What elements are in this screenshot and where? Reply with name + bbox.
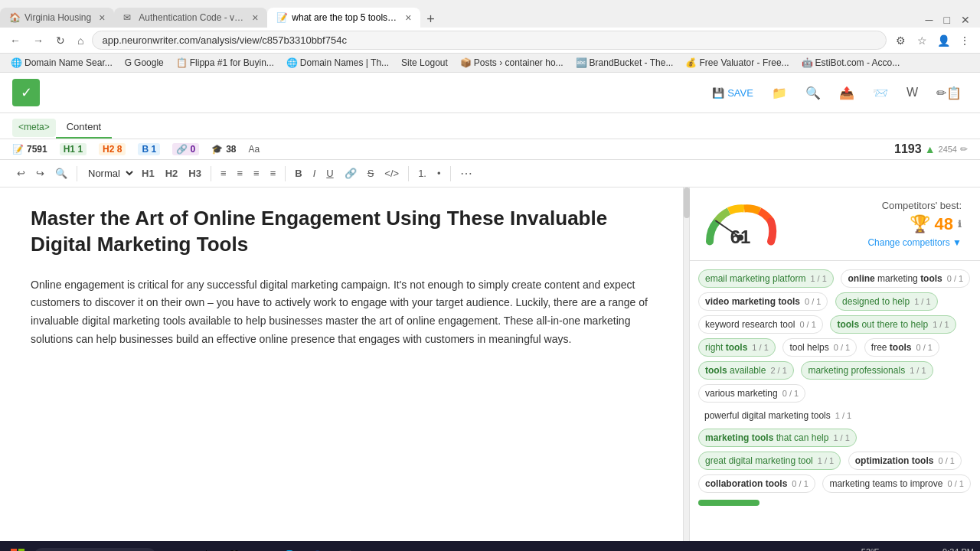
refresh-button[interactable]: ↻	[52, 33, 69, 48]
editor-area[interactable]: Master the Art of Online Engagement Usin…	[0, 187, 683, 541]
underline-button[interactable]: U	[322, 165, 338, 182]
tab-meta[interactable]: <meta>	[12, 119, 56, 137]
browser-tab-1[interactable]: 🏠 Virginia Housing ×	[0, 8, 114, 28]
align-right-button[interactable]: ≡	[249, 165, 264, 182]
profile-button[interactable]: 👤	[934, 31, 952, 50]
keyword-tag-various-marketing[interactable]: various marketing 0 / 1	[698, 384, 805, 403]
kw-count: 1 / 1	[752, 343, 768, 352]
ordered-list-button[interactable]: 1.	[413, 165, 431, 182]
bookmark-6[interactable]: 📦 Posts › container ho...	[456, 56, 568, 70]
ai-button[interactable]: ✏📋	[930, 83, 968, 103]
bookmark-5[interactable]: Site Logout	[397, 56, 452, 70]
share-icon: 📨	[873, 86, 888, 100]
search-button[interactable]: 🔍	[799, 83, 827, 103]
taskbar-app-edge[interactable]: 🌐	[277, 544, 302, 551]
keyword-tag-tools-out-there-to-help[interactable]: tools out there to help 1 / 1	[830, 315, 956, 334]
taskbar-app-terminal[interactable]: ⬛	[332, 544, 357, 551]
taskbar-app-widgets[interactable]: 🌤	[194, 544, 219, 551]
h2-button[interactable]: H2	[161, 165, 183, 182]
tab-close-1[interactable]: ×	[99, 12, 105, 23]
tab-close-3[interactable]: ×	[405, 12, 411, 23]
keyword-tag-email-marketing-platform[interactable]: email marketing platform 1 / 1	[698, 269, 834, 288]
browser-tab-3[interactable]: 📝 what are the top 5 tools needed... ×	[267, 8, 420, 28]
close-browser-button[interactable]: ✕	[957, 12, 974, 28]
bookmark-1[interactable]: 🌐 Domain Name Sear...	[6, 56, 117, 70]
browser-tab-2[interactable]: ✉ Authentication Code - vaking42... ×	[114, 8, 267, 28]
check-button[interactable]: ✓	[12, 79, 40, 106]
redo-button[interactable]: ↪	[31, 165, 49, 182]
taskbar-app-task-view[interactable]: ⊞	[167, 544, 191, 551]
align-center-button[interactable]: ≡	[232, 165, 247, 182]
code-button[interactable]: </>	[380, 165, 403, 182]
keyword-tag-video-marketing-tools[interactable]: video marketing tools 0 / 1	[698, 292, 828, 311]
keyword-tag-right-tools[interactable]: right tools 1 / 1	[698, 338, 776, 357]
wordpress-button[interactable]: W	[900, 83, 924, 103]
bookmark-button[interactable]: ☆	[913, 31, 931, 50]
align-justify-button[interactable]: ≡	[266, 165, 281, 182]
keyword-tag-great-digital-marketing-tool[interactable]: great digital marketing tool 1 / 1	[698, 452, 841, 470]
taskbar-app-chrome[interactable]: 🔵	[305, 544, 329, 551]
minimize-button[interactable]: ─	[922, 12, 937, 28]
address-input[interactable]: app.neuronwriter.com/analysis/view/c857b…	[92, 31, 887, 50]
bookmark-7[interactable]: 🔤 BrandBucket - The...	[571, 56, 678, 70]
settings-button[interactable]: ⋮	[956, 31, 974, 50]
keyword-tag-optimization-tools[interactable]: optimization tools 0 / 1	[848, 452, 962, 470]
taskbar-app-chat[interactable]: 💬	[222, 544, 247, 551]
word-count-icon: 📝	[12, 144, 24, 155]
italic-button[interactable]: I	[309, 165, 321, 182]
undo-button[interactable]: ↩	[12, 165, 30, 182]
unordered-list-button[interactable]: •	[433, 165, 446, 182]
search-editor-button[interactable]: 🔍	[51, 165, 72, 182]
tab-content[interactable]: Content	[56, 116, 113, 139]
maximize-button[interactable]: □	[940, 12, 954, 28]
taskbar-app-explorer[interactable]: 📁	[250, 544, 274, 551]
paragraph-style-select[interactable]: Normal	[82, 165, 136, 181]
scrollbar[interactable]	[683, 187, 689, 541]
folder-button[interactable]: 📁	[766, 83, 793, 103]
keyword-tag-keyword-research-tool[interactable]: keyword research tool 0 / 1	[698, 315, 823, 334]
link-button[interactable]: 🔗	[340, 165, 361, 182]
keyword-tag-tool-helps[interactable]: tool helps 0 / 1	[782, 338, 857, 357]
info-icon[interactable]: ℹ	[958, 219, 962, 230]
forward-button[interactable]: →	[29, 33, 47, 48]
home-button[interactable]: ⌂	[74, 33, 87, 48]
bookmark-icon-4: 🌐	[286, 57, 298, 68]
h1-button[interactable]: H1	[137, 165, 159, 182]
keyword-tag-tools-available[interactable]: tools available 2 / 1	[698, 361, 794, 380]
keyword-tag-powerful-digital-marketing-tools[interactable]: powerful digital marketing tools 1 / 1	[698, 407, 858, 424]
save-button[interactable]: 💾 SAVE	[706, 84, 760, 102]
bookmark-2[interactable]: G Google	[120, 56, 168, 70]
keyword-tag-free-tools[interactable]: free tools 0 / 1	[864, 338, 939, 357]
keyword-tag-marketing-tools-that-can-help[interactable]: marketing tools that can help 1 / 1	[698, 429, 857, 447]
b-value: 1	[151, 144, 156, 155]
share-button[interactable]: 📨	[867, 83, 894, 103]
export-button[interactable]: 📤	[833, 83, 861, 103]
article-body[interactable]: Online engagement is critical for any su…	[31, 276, 652, 349]
scroll-thumb[interactable]	[684, 187, 690, 218]
back-button[interactable]: ←	[6, 33, 24, 48]
bookmark-3[interactable]: 📋 Flippa #1 for Buyin...	[172, 56, 279, 70]
edit-word-count-icon[interactable]: ✏	[960, 144, 968, 155]
new-tab-button[interactable]: +	[420, 11, 441, 28]
start-button[interactable]	[6, 547, 29, 552]
bold-button[interactable]: B	[290, 165, 306, 182]
taskbar-search-box[interactable]: 🔍 Search	[34, 548, 156, 551]
more-options-button[interactable]: ⋯	[456, 163, 477, 184]
tab-close-2[interactable]: ×	[252, 12, 258, 23]
extensions-button[interactable]: ⚙	[891, 31, 910, 50]
bookmark-8[interactable]: 💰 Free Valuator - Free...	[681, 56, 793, 70]
keyword-tag-designed-to-help[interactable]: designed to help 1 / 1	[835, 292, 937, 311]
keyword-tag-online-marketing-tools[interactable]: online marketing tools 0 / 1	[841, 269, 970, 288]
align-left-button[interactable]: ≡	[216, 165, 231, 182]
article-title[interactable]: Master the Art of Online Engagement Usin…	[31, 206, 652, 258]
bookmark-4[interactable]: 🌐 Domain Names | Th...	[282, 56, 394, 70]
change-competitors-link[interactable]: Change competitors ▼	[794, 237, 962, 248]
taskbar-clock[interactable]: 9:34 PM 3/30/2023	[936, 547, 974, 551]
keyword-tag-collaboration-tools[interactable]: collaboration tools 0 / 1	[698, 474, 815, 493]
keyword-tag-marketing-professionals[interactable]: marketing professionals 1 / 1	[801, 361, 933, 380]
kw-count: 1 / 1	[835, 411, 851, 420]
strikethrough-button[interactable]: S	[363, 165, 379, 182]
bookmark-9[interactable]: 🤖 EstiBot.com - Acco...	[797, 56, 905, 70]
keyword-tag-marketing-teams-to-improve[interactable]: marketing teams to improve 0 / 1	[822, 474, 970, 493]
h3-button[interactable]: H3	[184, 165, 206, 182]
